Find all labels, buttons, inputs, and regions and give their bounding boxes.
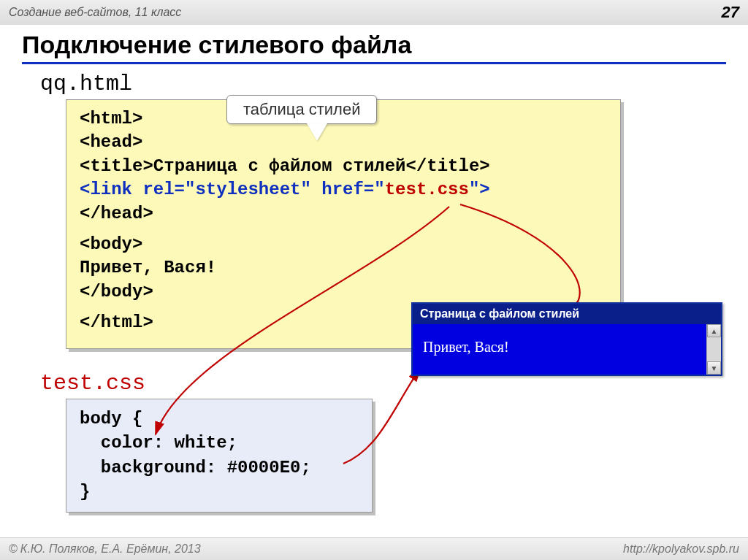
code-line: <title>Страница с файлом стилей</title> xyxy=(80,155,607,178)
code-line: </head> xyxy=(80,202,607,226)
copyright-text: К.Ю. Поляков, Е.А. Ерёмин, 2013 xyxy=(20,542,201,556)
copyright-icon: © xyxy=(9,542,18,556)
page-number: 27 xyxy=(722,3,739,22)
slide-title: Подключение стилевого файла xyxy=(22,31,726,64)
browser-preview: Страница с файлом стилей Привет, Вася! ▲… xyxy=(411,302,722,376)
code-line: Привет, Вася! xyxy=(80,256,607,280)
css-code-box: body { color: white; background: #0000E0… xyxy=(66,399,373,513)
slide-header: Создание веб-сайтов, 11 класс 27 xyxy=(0,0,748,25)
scroll-down-icon[interactable]: ▼ xyxy=(707,361,721,375)
callout-text: таблица стилей xyxy=(226,95,377,124)
copyright: © К.Ю. Поляков, Е.А. Ерёмин, 2013 xyxy=(9,542,201,556)
browser-body: Привет, Вася! xyxy=(413,324,706,375)
scrollbar[interactable]: ▲ ▼ xyxy=(706,324,721,375)
code-line-link: <link rel="stylesheet" href="test.css"> xyxy=(80,178,607,202)
slide-footer: © К.Ю. Поляков, Е.А. Ерёмин, 2013 http:/… xyxy=(0,537,748,560)
footer-url: http://kpolyakov.spb.ru xyxy=(623,542,739,556)
filename-html: qq.html xyxy=(40,72,726,96)
course-name: Создание веб-сайтов, 11 класс xyxy=(9,6,181,19)
scroll-up-icon[interactable]: ▲ xyxy=(707,324,721,337)
callout-label: таблица стилей xyxy=(226,95,377,141)
code-line: <body> xyxy=(80,233,607,256)
code-line: </body> xyxy=(80,280,607,304)
browser-titlebar: Страница с файлом стилей xyxy=(413,304,721,324)
callout-tail-icon xyxy=(307,123,327,141)
